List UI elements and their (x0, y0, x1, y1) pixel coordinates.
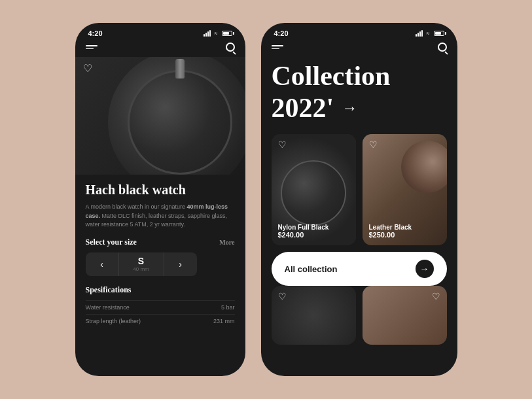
product-1-price: $240.00 (278, 231, 329, 239)
watch-face-inner (128, 70, 232, 175)
product-card-1[interactable]: ♡ Nylon Full Black $240.00 (272, 134, 356, 245)
product-2-watch-side (401, 141, 447, 193)
products-grid: ♡ Nylon Full Black $240.00 ♡ Leather Bla… (272, 134, 447, 245)
all-collection-button[interactable]: All collection → (272, 252, 447, 286)
menu-icon[interactable] (86, 45, 98, 49)
product-card-2[interactable]: ♡ Leather Black $250.00 (363, 134, 447, 245)
signal-icon (204, 30, 211, 37)
size-mm: 40 mm (133, 266, 149, 272)
spec-key-1: Water resistance (86, 304, 130, 311)
watch-hero-image: ♡ (75, 57, 245, 175)
phone1-content: Hach black watch A modern black watch in… (75, 175, 245, 376)
size-display: S 40 mm (118, 252, 164, 276)
phone-2: 4:20 ≈ Collection 2022' → ♡ (261, 23, 457, 376)
status-bar-2: 4:20 ≈ (261, 23, 457, 40)
size-label: Select your size More (86, 237, 235, 247)
product-2-info: Leather Black $250.00 (369, 224, 412, 239)
battery-icon (222, 31, 232, 36)
size-selector: ‹ S 40 mm › (86, 252, 235, 276)
all-collection-arrow-icon: → (416, 260, 434, 278)
search-icon[interactable] (226, 43, 235, 52)
signal-icon-2 (416, 30, 423, 37)
status-icons-2: ≈ (416, 30, 444, 37)
product-3-favorite-icon[interactable]: ♡ (278, 291, 287, 302)
size-value: S (138, 256, 144, 266)
spec-val-1: 5 bar (221, 304, 235, 311)
bottom-products-row: ♡ ♡ (272, 286, 447, 345)
top-nav-1 (75, 40, 245, 57)
menu-icon-2[interactable] (272, 45, 283, 49)
product-card-4[interactable]: ♡ (363, 286, 447, 345)
spec-row-2: Strap length (leather) 231 mm (86, 314, 235, 328)
product-1-name: Nylon Full Black (278, 224, 329, 231)
size-prev-button[interactable]: ‹ (86, 252, 118, 276)
size-next-button[interactable]: › (164, 252, 197, 276)
wifi-icon-2: ≈ (427, 30, 430, 37)
battery-icon-2 (434, 31, 444, 36)
watch-description: A modern black watch in our signature 40… (86, 203, 235, 230)
phone-1: 4:20 ≈ ♡ Hach black watch A modern black… (75, 23, 245, 376)
phone2-content: Collection 2022' → ♡ Nylon Full Black $2… (261, 57, 457, 376)
product-1-favorite-icon[interactable]: ♡ (278, 139, 287, 150)
product-1-info: Nylon Full Black $240.00 (278, 224, 329, 239)
spec-val-2: 231 mm (213, 318, 235, 324)
product-1-watch-face (281, 160, 346, 226)
collection-year: 2022' (272, 92, 334, 124)
spec-key-2: Strap length (leather) (86, 318, 141, 324)
product-card-3[interactable]: ♡ (272, 286, 356, 345)
collection-arrow-button[interactable]: → (342, 99, 357, 117)
collection-year-row: 2022' → (272, 92, 447, 124)
spec-row-1: Water resistance 5 bar (86, 300, 235, 314)
watch-title: Hach black watch (86, 182, 235, 198)
product-2-price: $250.00 (369, 231, 412, 239)
status-time-2: 4:20 (274, 29, 289, 37)
all-collection-label: All collection (285, 264, 338, 274)
product-2-name: Leather Black (369, 224, 412, 231)
product-4-favorite-icon[interactable]: ♡ (432, 291, 440, 302)
favorite-icon[interactable]: ♡ (83, 62, 92, 75)
status-time-1: 4:20 (88, 29, 103, 37)
specs-title: Spesifications (86, 285, 235, 295)
top-nav-2 (261, 40, 457, 57)
collection-title: Collection (272, 62, 447, 90)
size-more-link[interactable]: More (219, 239, 234, 246)
watch-crown (175, 59, 185, 78)
status-icons-1: ≈ (204, 30, 232, 37)
wifi-icon: ≈ (215, 30, 218, 37)
search-icon-2[interactable] (438, 43, 447, 52)
product-2-favorite-icon[interactable]: ♡ (369, 139, 378, 150)
watch-face (108, 57, 245, 175)
status-bar-1: 4:20 ≈ (75, 23, 245, 40)
